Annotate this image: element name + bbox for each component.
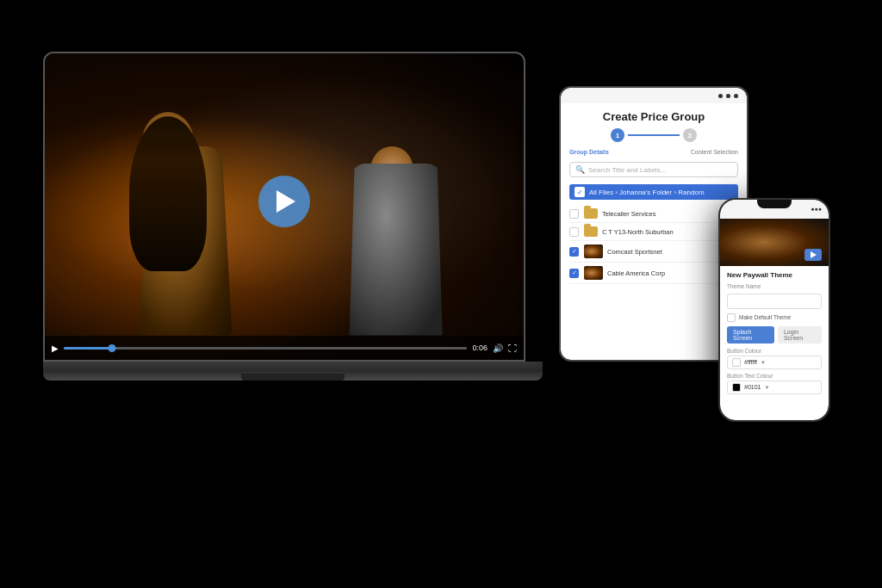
theme-name-input[interactable] (727, 294, 822, 309)
file-name-3: Cable America Corp (607, 269, 665, 277)
play-icon (276, 190, 295, 213)
video-thumb-3 (584, 266, 603, 280)
phone-play-icon (811, 251, 817, 258)
video-controls: ▶ 0:06 🔊 ⛶ (45, 336, 524, 360)
status-dot-3 (734, 94, 738, 98)
button-text-color-field[interactable]: #0101 ▼ (727, 381, 822, 394)
guitarist-figure (340, 146, 452, 336)
phone-battery-icon: ●●● (811, 206, 822, 213)
phone-content: New Paywall Theme Theme Name Make Defaul… (720, 266, 829, 403)
laptop-screen: ▶ 0:06 🔊 ⛶ (45, 53, 524, 360)
steps-row: 1 2 (569, 128, 738, 142)
button-text-color-arrow: ▼ (764, 385, 769, 390)
make-default-checkbox[interactable] (727, 313, 736, 322)
search-placeholder: Search Title and Labels... (588, 166, 666, 174)
file-checkbox-2[interactable] (569, 247, 579, 257)
splash-screen-tab[interactable]: Splash Screen (727, 326, 774, 344)
fullscreen-icon[interactable]: ⛶ (508, 344, 517, 353)
play-icon-small[interactable]: ▶ (52, 344, 59, 353)
file-row-3[interactable]: Cable America Corp (569, 263, 738, 284)
video-thumb-inner-2 (584, 244, 603, 258)
phone: ●●● New Paywall Theme Theme Name Make De… (718, 198, 830, 422)
button-text-color-swatch (732, 383, 741, 392)
tablet-status-bar (561, 88, 747, 103)
breadcrumb-text: All Files › Johanna's Folder › Random (589, 189, 705, 196)
status-dot-2 (726, 94, 730, 98)
button-color-value: #ffffff (744, 359, 757, 365)
step-2-label: Content Selection (691, 149, 738, 155)
make-default-row: Make Default Theme (727, 313, 822, 322)
concert-background: ▶ 0:06 🔊 ⛶ (45, 53, 524, 360)
file-row-1[interactable]: C T Y13-North Suburban (569, 223, 738, 241)
button-color-label: Button Colour (727, 348, 822, 354)
laptop-base (43, 362, 543, 381)
theme-name-label: Theme Name (727, 283, 822, 289)
singer-hair (129, 116, 207, 271)
phone-tabs: Splash Screen Login Screen (727, 326, 822, 344)
play-button[interactable] (258, 176, 310, 227)
time-display: 0:06 (472, 344, 488, 352)
progress-dot (109, 344, 116, 352)
button-color-swatch (732, 358, 741, 367)
tablet-page-title: Create Price Group (569, 110, 738, 123)
breadcrumb-row: ✓ All Files › Johanna's Folder › Random (569, 184, 738, 200)
folder-icon-0 (584, 208, 598, 219)
singer-figure (116, 112, 254, 336)
volume-icon[interactable]: 🔊 (493, 344, 503, 353)
guitarist-body (345, 164, 448, 336)
phone-notch (757, 200, 792, 208)
make-default-label: Make Default Theme (739, 314, 791, 320)
file-checkbox-0[interactable] (569, 209, 579, 219)
file-checkbox-1[interactable] (569, 227, 579, 237)
scene: ▶ 0:06 🔊 ⛶ (0, 0, 882, 588)
button-color-field[interactable]: #ffffff ▼ (727, 356, 822, 369)
folder-icon-1 (584, 226, 598, 237)
button-color-arrow: ▼ (761, 360, 766, 365)
step-1-label: Group Details (569, 149, 609, 155)
progress-bar[interactable] (64, 347, 467, 350)
button-text-color-label: Button Text Colour (727, 373, 822, 379)
file-row-0[interactable]: Telecaller Services (569, 205, 738, 223)
step-line-1 (628, 134, 680, 136)
phone-section-title: New Paywall Theme (727, 271, 822, 279)
progress-fill (64, 347, 112, 350)
step-1-circle: 1 (611, 128, 624, 142)
file-checkbox-3[interactable] (569, 269, 579, 278)
video-thumb-2 (584, 244, 603, 258)
search-bar[interactable]: 🔍 Search Title and Labels... (569, 162, 738, 177)
phone-video-thumbnail (720, 219, 829, 266)
status-dot-1 (718, 94, 723, 98)
phone-screen: ●●● New Paywall Theme Theme Name Make De… (720, 200, 829, 420)
login-screen-tab[interactable]: Login Screen (778, 326, 822, 344)
laptop: ▶ 0:06 🔊 ⛶ (43, 52, 543, 482)
file-name-1: C T Y13-North Suburban (602, 228, 674, 236)
laptop-body: ▶ 0:06 🔊 ⛶ (43, 52, 525, 362)
file-name-2: Comcast Sportsnet (607, 248, 662, 256)
button-text-color-value: #0101 (744, 384, 761, 390)
file-name-0: Telecaller Services (602, 210, 656, 218)
file-row-2[interactable]: Comcast Sportsnet (569, 241, 738, 263)
breadcrumb-check: ✓ (575, 187, 585, 197)
step-2-circle: 2 (683, 128, 697, 142)
video-thumb-inner-3 (584, 266, 603, 280)
step-labels: Group Details Content Selection (569, 149, 738, 155)
phone-play-button[interactable] (804, 249, 822, 261)
search-icon: 🔍 (575, 165, 585, 174)
